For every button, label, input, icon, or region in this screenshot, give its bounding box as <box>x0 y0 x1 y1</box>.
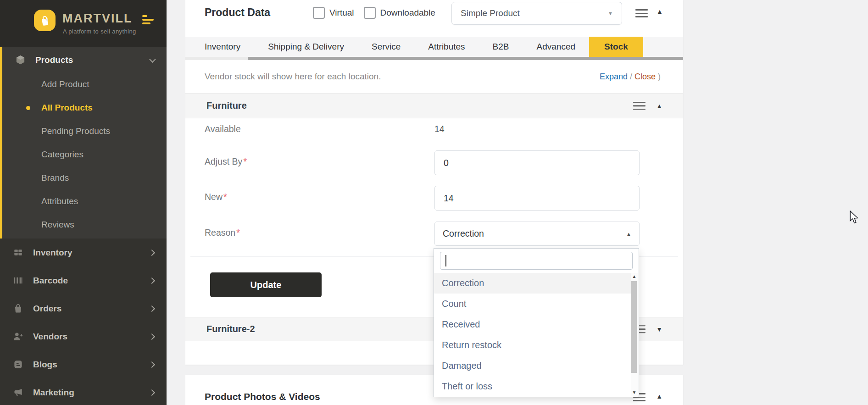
sidebar-item-reviews[interactable]: Reviews <box>2 213 167 236</box>
logo[interactable] <box>34 10 56 31</box>
submenu-label: Brands <box>41 173 69 183</box>
tab-b2b[interactable]: B2B <box>479 37 523 57</box>
chevron-right-icon <box>149 389 155 395</box>
scrollbar-thumb[interactable] <box>248 57 683 60</box>
tab-inventory[interactable]: Inventory <box>191 37 254 57</box>
section-expand-icon[interactable]: ▼ <box>656 326 662 333</box>
option-count[interactable]: Count <box>434 294 631 314</box>
submenu-label: Categories <box>41 150 83 160</box>
new-quantity-input[interactable] <box>434 186 640 211</box>
sidebar-item-attributes[interactable]: Attributes <box>2 189 167 213</box>
reason-search-input[interactable] <box>440 252 633 270</box>
vendor-stock-notice: Vendor stock will show here for each loc… <box>185 60 683 93</box>
brand-tagline: A platform to sell anything <box>63 28 136 35</box>
grid-icon <box>13 247 24 258</box>
blog-icon <box>13 359 24 370</box>
expand-link[interactable]: Expand <box>600 72 628 81</box>
reason-dropdown: Correction Count Received Return restock… <box>434 248 639 397</box>
reason-label: Reason* <box>205 227 240 238</box>
downloadable-checkbox[interactable] <box>364 7 376 19</box>
tab-shipping-delivery[interactable]: Shipping & Delivery <box>254 37 358 57</box>
mouse-cursor <box>849 211 860 226</box>
sidebar-item-vendors[interactable]: Vendors <box>0 322 167 350</box>
barcode-icon <box>13 275 24 286</box>
tab-stock[interactable]: Stock <box>589 37 643 57</box>
submenu-label: All Products <box>41 103 93 113</box>
sidebar-item-add-product[interactable]: Add Product <box>2 72 167 96</box>
submenu-label: Add Product <box>41 79 89 89</box>
close-link[interactable]: Close <box>634 72 656 81</box>
sidebar-item-orders[interactable]: Orders <box>0 294 167 322</box>
required-mark: * <box>236 227 240 238</box>
section-collapse-icon[interactable]: ▲ <box>656 102 662 110</box>
brand-name: MARTVILL <box>62 11 132 26</box>
product-data-tabs: Inventory Shipping & Delivery Service At… <box>185 37 683 57</box>
cube-icon <box>15 55 27 65</box>
reason-options-list: Correction Count Received Return restock… <box>434 273 631 397</box>
tab-attributes[interactable]: Attributes <box>414 37 479 57</box>
section-title: Furniture <box>206 100 247 111</box>
user-plus-icon <box>13 331 24 342</box>
sidebar: MARTVILL A platform to sell anything Pro… <box>0 0 167 405</box>
chevron-down-icon: ▼ <box>608 11 613 16</box>
sidebar-item-all-products[interactable]: All Products <box>2 96 167 119</box>
chevron-down-icon <box>149 56 156 62</box>
sidebar-item-categories[interactable]: Categories <box>2 143 167 166</box>
section-title: Furniture-2 <box>206 324 255 334</box>
panel-collapse-icon[interactable]: ▲ <box>657 8 663 15</box>
update-button[interactable]: Update <box>210 272 322 297</box>
submenu-label: Attributes <box>41 196 78 206</box>
scrollbar-thumb[interactable] <box>631 281 637 373</box>
link-separator: / <box>628 72 634 81</box>
option-correction[interactable]: Correction <box>434 273 631 294</box>
tab-service[interactable]: Service <box>358 37 414 57</box>
shopping-bag-logo-icon <box>38 14 52 28</box>
panel-title: Product Photos & Videos <box>205 391 320 402</box>
tab-advanced[interactable]: Advanced <box>523 37 590 57</box>
sidebar-toggle-icon[interactable] <box>142 15 154 24</box>
sidebar-item-brands[interactable]: Brands <box>2 166 167 189</box>
panel-drag-handle-icon[interactable] <box>635 9 648 17</box>
virtual-checkbox[interactable] <box>313 7 325 19</box>
section-drag-handle-icon[interactable] <box>633 102 645 110</box>
chevron-right-icon <box>149 333 155 339</box>
adjust-by-input[interactable] <box>434 150 640 175</box>
scroll-up-icon[interactable]: ▲ <box>631 274 638 279</box>
downloadable-label: Downloadable <box>380 8 435 18</box>
sidebar-item-label: Marketing <box>33 388 74 398</box>
panel-title: Product Data <box>205 6 270 19</box>
dropdown-scrollbar[interactable]: ▲ ▼ <box>631 273 638 396</box>
sidebar-item-blogs[interactable]: Blogs <box>0 350 167 378</box>
panel-collapse-icon[interactable]: ▲ <box>656 393 662 400</box>
chevron-right-icon <box>149 361 155 367</box>
furniture-section-header[interactable]: Furniture ▲ <box>185 93 683 118</box>
sidebar-item-label: Orders <box>33 304 61 314</box>
notice-links: Expand / Close ) <box>600 72 661 82</box>
reason-select[interactable]: Correction ▲ <box>434 222 640 246</box>
sidebar-item-inventory[interactable]: Inventory <box>0 239 167 266</box>
megaphone-icon <box>13 387 24 398</box>
product-type-options: Virtual Downloadable <box>313 0 445 26</box>
link-paren: ) <box>656 72 661 81</box>
chevron-right-icon <box>149 277 155 283</box>
reason-selected-value: Correction <box>443 228 484 239</box>
sidebar-item-marketing[interactable]: Marketing <box>0 378 167 405</box>
scroll-down-icon[interactable]: ▼ <box>631 390 638 395</box>
sidebar-item-products[interactable]: Products <box>2 47 167 72</box>
sidebar-item-label: Products <box>35 55 73 65</box>
product-type-select[interactable]: Simple Product ▼ <box>451 2 622 25</box>
sidebar-item-barcode[interactable]: Barcode <box>0 266 167 294</box>
shopping-bag-icon <box>13 303 24 314</box>
text-cursor <box>445 255 446 266</box>
available-value: 14 <box>434 124 445 134</box>
available-label: Available <box>205 124 241 134</box>
tabs-horizontal-scrollbar[interactable] <box>185 57 683 60</box>
option-theft-or-loss[interactable]: Theft or loss <box>434 376 631 397</box>
option-received[interactable]: Received <box>434 314 631 335</box>
sidebar-item-pending-products[interactable]: Pending Products <box>2 119 167 143</box>
submenu-label: Pending Products <box>41 126 110 136</box>
new-label: New* <box>205 192 227 202</box>
app-root: MARTVILL A platform to sell anything Pro… <box>0 0 868 405</box>
option-return-restock[interactable]: Return restock <box>434 335 631 355</box>
option-damaged[interactable]: Damaged <box>434 355 631 376</box>
